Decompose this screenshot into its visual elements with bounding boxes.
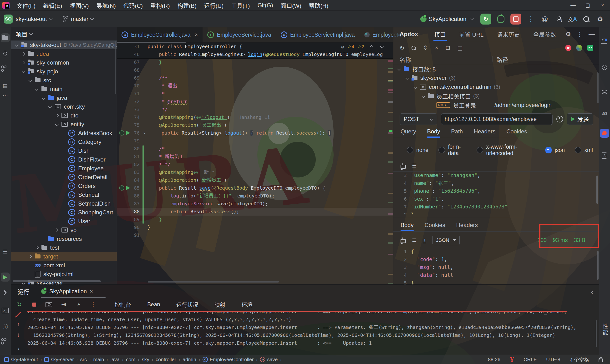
radio-icon[interactable] xyxy=(407,147,414,153)
line-number[interactable]: 73 xyxy=(117,105,143,113)
line-number[interactable]: 87 xyxy=(117,200,143,208)
maven-tool-button[interactable]: m xyxy=(600,108,609,117)
api-tree-row[interactable]: com.sky.controller.admin (3) xyxy=(393,82,599,91)
method-select[interactable]: POST xyxy=(400,113,437,125)
radio-icon[interactable] xyxy=(439,147,445,153)
project-panel-header[interactable]: 项目 xyxy=(11,27,117,40)
fold-arrow-icon[interactable]: › xyxy=(143,129,145,137)
menu-item[interactable]: Git(G) xyxy=(254,0,277,11)
code-with-me-button[interactable]: + xyxy=(554,15,563,23)
apifox-tab[interactable]: 请求历史 xyxy=(496,27,521,41)
vertical-scrollbar[interactable] xyxy=(597,251,598,280)
tree-row[interactable]: java xyxy=(11,93,117,102)
tree-chevron-icon[interactable] xyxy=(28,255,32,259)
breadcrumb-item[interactable]: main › xyxy=(93,357,108,362)
tree-row[interactable]: Orders xyxy=(11,182,117,190)
tree-row[interactable]: Setmeal xyxy=(11,190,117,199)
request-tab[interactable]: Path xyxy=(451,128,463,138)
editor-tab[interactable]: EmployeeController.java × xyxy=(117,27,203,42)
weak-warning-icon[interactable]: ⚠2 xyxy=(358,44,364,49)
menu-item[interactable]: 编辑(E) xyxy=(39,0,66,11)
screenshot-icon[interactable] xyxy=(45,302,53,307)
tree-row[interactable]: sky-common xyxy=(11,58,117,67)
line-number[interactable]: 72 xyxy=(117,98,143,105)
line-number[interactable]: 80 xyxy=(117,145,143,153)
apifox-account-icon[interactable] xyxy=(565,45,571,51)
breadcrumb-item[interactable]: sky-take-out › xyxy=(4,357,42,362)
endpoint-icon[interactable] xyxy=(119,185,124,191)
radio-icon[interactable] xyxy=(545,147,552,153)
expand-icon[interactable]: › xyxy=(18,345,20,352)
hide-panel-icon[interactable]: ‹ xyxy=(591,288,593,296)
api-tree-row[interactable]: sky-server (3) xyxy=(393,73,599,82)
warning-icon[interactable]: ⚠4 xyxy=(348,44,354,49)
tree-chevron-icon[interactable] xyxy=(397,67,401,71)
menu-item[interactable]: 窗口(W) xyxy=(277,0,305,11)
endpoint-icon[interactable] xyxy=(119,130,124,136)
send-request-icon[interactable] xyxy=(126,131,130,135)
line-separator[interactable]: CRLF xyxy=(523,357,537,362)
database-tool-button[interactable] xyxy=(600,87,609,96)
pull-requests-tool-button[interactable] xyxy=(1,64,10,73)
stop-icon[interactable] xyxy=(30,302,38,307)
tree-chevron-icon[interactable] xyxy=(22,70,26,73)
format-icon[interactable]: ☰ xyxy=(412,163,417,169)
apifox-more-icon[interactable]: ⋮ xyxy=(577,30,583,38)
line-number[interactable]: 82 xyxy=(117,161,143,169)
documentation-tool-button[interactable]: A xyxy=(600,151,609,160)
split-view-icon[interactable]: ◫ xyxy=(457,45,463,51)
tree-row[interactable]: src xyxy=(11,76,117,85)
more-actions-button[interactable]: ⋮ xyxy=(527,15,535,23)
performance-tab[interactable]: 性能 xyxy=(599,318,610,341)
maximize-button[interactable]: ▢ xyxy=(581,0,595,11)
api-tree-row[interactable]: 接口数: 5 xyxy=(393,64,599,73)
tree-chevron-icon[interactable] xyxy=(35,246,39,250)
menu-item[interactable]: 构建(B) xyxy=(174,0,200,11)
vertical-scrollbar[interactable] xyxy=(115,41,116,94)
run-view-tab[interactable]: Bean xyxy=(145,300,160,309)
response-tab[interactable]: Body xyxy=(401,222,414,231)
body-type-option[interactable]: json xyxy=(545,147,571,153)
close-icon[interactable]: × xyxy=(90,288,93,295)
run-tool-button[interactable]: ▶ xyxy=(1,273,10,282)
expand-all-icon[interactable]: ⇕ xyxy=(423,45,428,51)
locate-icon[interactable]: ⊡ xyxy=(445,45,450,51)
tree-row[interactable]: AddressBook xyxy=(11,129,117,137)
lock-icon[interactable] xyxy=(598,359,603,362)
run-view-tab[interactable]: 环境 xyxy=(239,300,253,309)
refresh-icon[interactable]: ↻ xyxy=(400,45,404,51)
body-type-option[interactable]: none xyxy=(407,147,435,153)
vcs-branch-selector[interactable]: master xyxy=(63,16,95,22)
gauge-icon[interactable]: ◔ xyxy=(75,301,82,308)
editor-tab[interactable]: EmployeeService.java xyxy=(203,27,276,42)
close-button[interactable]: × xyxy=(595,0,610,11)
url-input[interactable] xyxy=(441,113,553,125)
inspection-widget[interactable]: ⌀ ⚠4 ⚠2 xyxy=(341,43,385,51)
apifox-tool-button[interactable] xyxy=(600,129,609,138)
tree-chevron-icon[interactable] xyxy=(405,76,409,80)
structure-tool-button[interactable]: ▤ xyxy=(1,81,10,91)
tree-chevron-icon[interactable] xyxy=(22,52,26,56)
tree-chevron-icon[interactable] xyxy=(48,105,52,109)
editor-area[interactable]: EmployeeController.java × EmployeeServic… xyxy=(117,27,393,285)
file-encoding[interactable]: UTF-8 xyxy=(546,357,560,362)
line-number[interactable]: 68 xyxy=(117,66,143,74)
request-tab[interactable]: Body xyxy=(427,128,440,138)
more-tools-button[interactable]: ⋯ xyxy=(1,91,10,100)
settings-button[interactable]: ⚙ xyxy=(596,15,604,23)
tree-row[interactable]: SetmealDish xyxy=(11,199,117,208)
rerun-icon[interactable]: ↻ xyxy=(15,301,23,308)
tree-row[interactable]: Dish xyxy=(11,146,117,155)
down-arrow-icon[interactable]: ↓ xyxy=(17,331,20,338)
tree-chevron-icon[interactable] xyxy=(42,96,46,100)
run-tab[interactable]: SkyApplication × xyxy=(39,285,95,298)
error-stripe[interactable] xyxy=(388,58,393,285)
menu-item[interactable]: 视图(V) xyxy=(66,0,93,11)
run-view-tab[interactable]: 控制台 xyxy=(115,300,131,309)
search-icon[interactable] xyxy=(412,46,416,50)
more-icon[interactable]: ⋮ xyxy=(89,301,97,308)
collapse-all-icon[interactable]: × xyxy=(435,45,438,51)
apifox-settings-icon[interactable]: ⚙ xyxy=(565,30,571,38)
history-clock-icon[interactable] xyxy=(556,116,563,122)
tree-row[interactable]: sky-pojo xyxy=(11,67,117,76)
